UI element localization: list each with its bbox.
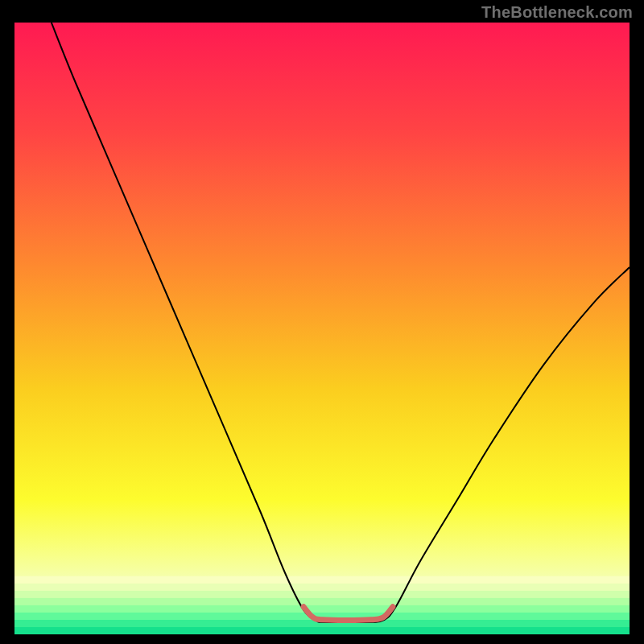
svg-rect-1 [14, 584, 630, 592]
svg-rect-3 [14, 598, 630, 606]
chart-plot-area [14, 23, 630, 634]
bottom-color-bands [14, 576, 630, 634]
svg-rect-7 [14, 627, 630, 634]
chart-svg [14, 23, 630, 634]
chart-background [14, 23, 630, 634]
svg-rect-2 [14, 591, 630, 599]
svg-rect-4 [14, 605, 630, 613]
svg-rect-0 [14, 576, 630, 584]
chart-frame: TheBottleneck.com [0, 0, 644, 644]
watermark-text: TheBottleneck.com [481, 3, 633, 22]
